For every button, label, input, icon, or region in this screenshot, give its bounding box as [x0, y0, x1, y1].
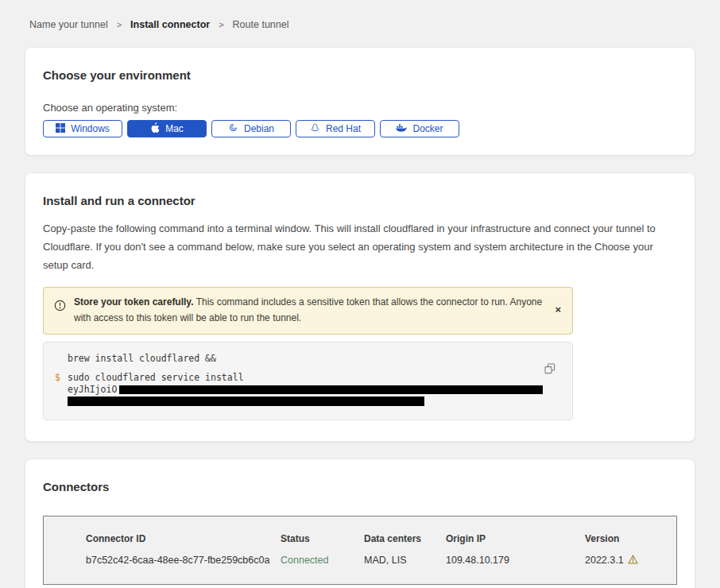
breadcrumb-separator: >	[219, 20, 223, 29]
code-line-brew: brew install cloudflared &&	[55, 353, 561, 365]
os-button-docker[interactable]: Docker	[380, 120, 459, 137]
os-button-label: Debian	[244, 123, 274, 134]
install-card-title: Install and run a connector	[43, 194, 677, 207]
connectors-card-title: Connectors	[43, 480, 677, 493]
redacted-token-bar	[68, 397, 424, 406]
environment-card-title: Choose your environment	[43, 68, 677, 82]
version-value: 2022.3.1	[585, 555, 676, 567]
install-connector-card: Install and run a connector Copy-paste t…	[25, 172, 695, 442]
connectors-table-header-row: Connector ID Status Data centers Origin …	[44, 533, 676, 544]
version-number: 2022.3.1	[585, 555, 624, 566]
redhat-icon	[310, 122, 320, 135]
token-warning-alert: Store your token carefully. This command…	[43, 287, 573, 335]
code-line-sudo: $ sudo cloudflared service install	[55, 372, 561, 384]
col-header-connector-id: Connector ID	[86, 533, 281, 544]
install-command-codeblock: brew install cloudflared && $ sudo cloud…	[43, 342, 573, 420]
token-warning-text: Store your token carefully. This command…	[74, 295, 545, 327]
breadcrumb-step-install-connector[interactable]: Install connector	[130, 19, 210, 30]
environment-card: Choose your environment Choose an operat…	[25, 47, 695, 156]
os-select-label: Choose an operating system:	[43, 102, 677, 114]
col-header-status: Status	[281, 533, 364, 544]
code-line-1-text: brew install cloudflared &&	[68, 353, 216, 365]
os-button-label: Docker	[412, 123, 443, 134]
os-button-mac[interactable]: Mac	[127, 120, 207, 137]
os-button-debian[interactable]: Debian	[211, 120, 291, 137]
debian-icon	[228, 122, 238, 135]
connectors-card: Connectors Connector ID Status Data cent…	[25, 458, 695, 588]
breadcrumb-step-name-tunnel[interactable]: Name your tunnel	[29, 19, 108, 30]
token-warning-bold: Store your token carefully.	[74, 296, 194, 308]
warning-triangle-icon	[628, 555, 638, 567]
os-button-label: Red Hat	[326, 123, 361, 134]
token-prefix: eyJhIjoiO	[68, 384, 117, 395]
docker-icon	[396, 123, 407, 134]
status-badge: Connected	[281, 555, 364, 567]
apple-icon	[150, 122, 160, 136]
col-header-data-centers: Data centers	[364, 533, 446, 544]
shell-prompt: $	[55, 372, 68, 384]
col-header-origin-ip: Origin IP	[446, 533, 585, 544]
copy-icon[interactable]	[544, 362, 556, 377]
code-line-token: eyJhIjoiO	[55, 384, 561, 396]
os-button-redhat[interactable]: Red Hat	[296, 120, 375, 137]
origin-ip-value: 109.48.10.179	[446, 555, 585, 567]
os-button-windows[interactable]: Windows	[43, 120, 122, 137]
code-line-2-text: sudo cloudflared service install	[68, 372, 244, 384]
breadcrumb-step-route-tunnel[interactable]: Route tunnel	[233, 19, 289, 30]
redacted-token-bar	[119, 385, 543, 394]
os-button-label: Mac	[165, 123, 184, 134]
install-card-description: Copy-paste the following command into a …	[43, 220, 677, 274]
os-button-group: Windows Mac Debian Red Hat	[43, 120, 677, 137]
code-line-token-2	[55, 396, 561, 406]
close-icon[interactable]: ×	[553, 303, 563, 316]
table-row: b7c52c42-6caa-48ee-8c77-fbe259cb6c0a Con…	[44, 555, 676, 567]
connector-id-value: b7c52c42-6caa-48ee-8c77-fbe259cb6c0a	[86, 555, 281, 567]
breadcrumb: Name your tunnel > Install connector > R…	[0, 0, 720, 30]
connectors-table: Connector ID Status Data centers Origin …	[43, 516, 677, 585]
info-circle-icon	[54, 300, 66, 317]
os-button-label: Windows	[71, 123, 110, 134]
breadcrumb-separator: >	[117, 20, 122, 29]
col-header-version: Version	[585, 533, 676, 544]
data-centers-value: MAD, LIS	[364, 555, 446, 567]
windows-icon	[56, 123, 65, 135]
page-content: Choose your environment Choose an operat…	[0, 47, 720, 588]
token-line: eyJhIjoiO	[68, 384, 543, 396]
